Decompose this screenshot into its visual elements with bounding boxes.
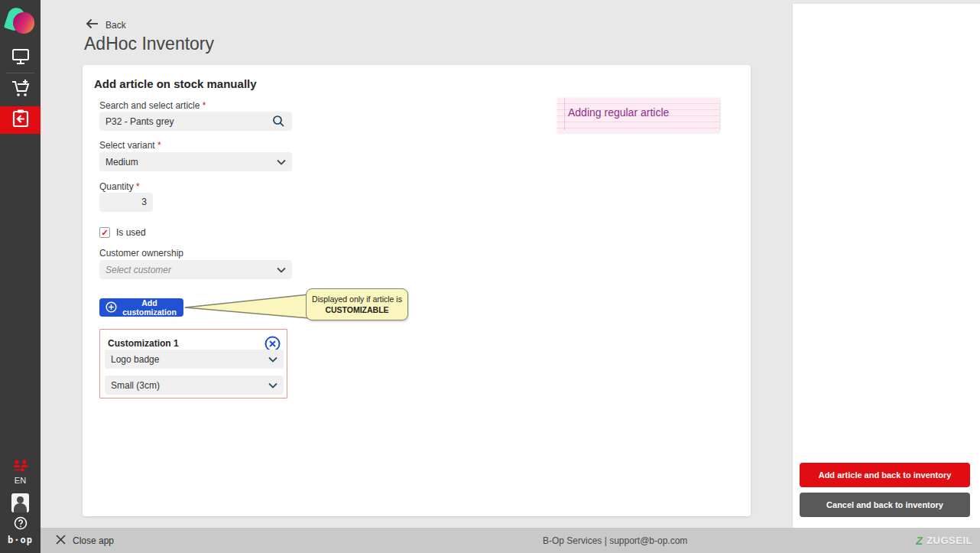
close-app-label: Close app [73,535,114,546]
sidebar: EN b·op [0,0,41,553]
close-icon [56,534,66,548]
customization-type-value: Logo badge [111,354,159,365]
article-search-input[interactable]: P32 - Pants grey [99,112,292,131]
avatar-head-shape [17,496,24,503]
language-label[interactable]: EN [0,476,41,485]
help-icon [13,516,28,534]
sidebar-item-cart-add[interactable] [0,76,41,105]
cancel-button[interactable]: Cancel and back to inventory [800,493,970,517]
zugseil-brand: Z ZUGSEIL [916,528,972,553]
customer-select-placeholder: Select customer [105,265,171,275]
sticky-note-zigzag-edge [557,130,719,134]
plus-circle-icon [105,301,117,314]
callout-tail [183,293,310,320]
zugseil-z-icon: Z [916,534,923,547]
customer-select[interactable]: Select customer [99,260,292,279]
actions-panel: Add article and back to inventory Cancel… [793,4,980,528]
tooltip-line1: Displayed only if article is [312,294,402,304]
footer-bar: Close app B-Op Services | support@b-op.c… [41,528,980,553]
variant-label: Select variant * [99,140,161,151]
customization-panel: Customization 1 Logo badge Small (3cm) [99,329,287,398]
variant-select[interactable]: Medium [99,152,292,171]
footer-support-text: B-Op Services | support@b-op.com [543,528,687,553]
customization-size-select[interactable]: Small (3cm) [105,376,284,395]
sidebar-item-monitor[interactable] [0,44,41,73]
is-used-label: Is used [116,227,146,238]
translate-icon [11,459,30,476]
sticky-note-text: Adding regular article [568,106,669,119]
sidebar-divider [6,73,34,73]
chevron-down-icon [277,157,286,168]
customization-title: Customization 1 [108,338,179,349]
add-customization-label: Add customization [122,298,177,317]
customization-size-value: Small (3cm) [111,380,160,391]
card-heading: Add article on stock manually [94,77,257,90]
customization-type-select[interactable]: Logo badge [105,350,284,369]
sidebar-item-adhoc-inventory-active[interactable] [0,106,41,134]
add-customization-button[interactable]: Add customization [99,298,183,317]
quantity-input[interactable] [99,193,153,212]
sticky-note: Adding regular article [557,98,719,130]
add-article-button[interactable]: Add article and back to inventory [800,463,970,487]
cart-plus-icon [11,79,31,102]
back-button[interactable]: Back [86,18,126,32]
app-logo [7,6,34,38]
back-label: Back [105,20,126,31]
required-asterisk: * [157,140,161,151]
required-asterisk: * [203,100,206,111]
bop-logo: b·op [0,535,41,545]
chevron-down-icon [268,380,277,391]
monitor-icon [11,48,30,68]
logo-orb-shape [13,12,34,34]
ownership-label: Customer ownership [99,248,183,259]
avatar[interactable] [11,493,29,512]
quantity-label: Quantity * [99,181,140,192]
required-asterisk: * [136,181,140,192]
sidebar-item-help[interactable] [0,516,41,534]
page-title: AdHoc Inventory [84,34,214,54]
zugseil-name: ZUGSEIL [926,535,972,546]
article-search-value: P32 - Pants grey [105,116,174,127]
close-app-button[interactable]: Close app [56,528,114,553]
back-arrow-icon [86,18,99,32]
article-label: Search and select article * [99,100,206,111]
chevron-down-icon [268,354,277,365]
clipboard-return-icon [11,109,30,132]
variant-select-value: Medium [105,157,138,168]
is-used-checkbox-row[interactable]: ✓ Is used [99,227,146,238]
checkbox-checked-icon[interactable]: ✓ [99,227,110,238]
chevron-down-icon [277,265,286,275]
avatar-body-shape [14,503,27,512]
tooltip-line2: CUSTOMIZABLE [325,305,388,314]
callout-tooltip: Displayed only if article is CUSTOMIZABL… [306,288,408,320]
